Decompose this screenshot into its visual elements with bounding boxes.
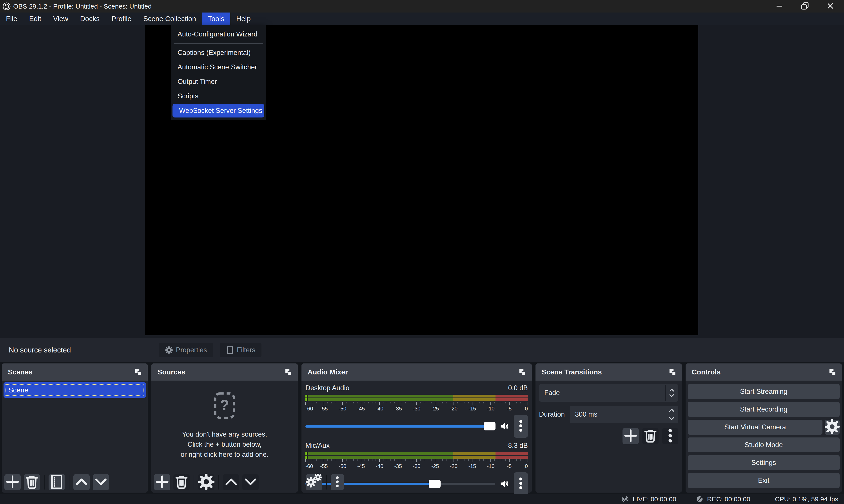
meter-scale-label: -25 xyxy=(431,406,439,412)
start-recording-button[interactable]: Start Recording xyxy=(688,402,840,417)
meter-scale-label: -30 xyxy=(413,406,421,412)
menu-file[interactable]: File xyxy=(0,13,23,25)
close-icon xyxy=(826,1,835,12)
meter-scale-label: -45 xyxy=(357,406,365,412)
transition-select[interactable]: Fade xyxy=(539,384,678,402)
scene-transitions-panel-header[interactable]: Scene Transitions xyxy=(535,363,682,381)
move-source-down-button[interactable] xyxy=(242,474,259,490)
audio-mixer-panel-header[interactable]: Audio Mixer xyxy=(301,363,532,381)
toolbar-separator xyxy=(194,475,194,489)
meter-bar-right xyxy=(305,456,528,459)
popout-icon[interactable] xyxy=(134,367,143,376)
mixer-menu-button[interactable] xyxy=(331,474,344,490)
popout-icon[interactable] xyxy=(828,367,837,376)
popout-icon[interactable] xyxy=(668,367,677,376)
menu-tools[interactable]: Tools xyxy=(202,13,230,25)
status-bar: LIVE: 00:00:00 REC: 00:00:00 CPU: 0.1%, … xyxy=(0,494,844,504)
meter-scale-label: -30 xyxy=(413,463,421,469)
advanced-audio-button[interactable] xyxy=(306,474,322,490)
plus-icon xyxy=(622,428,639,445)
studio-mode-button[interactable]: Studio Mode xyxy=(688,437,840,452)
exit-button[interactable]: Exit xyxy=(688,473,840,488)
controls-panel-header[interactable]: Controls xyxy=(686,363,842,381)
meter-scale-label: -55 xyxy=(320,463,328,469)
obs-logo-icon xyxy=(2,2,11,11)
slider-handle[interactable] xyxy=(483,422,495,430)
sources-empty-line1: You don't have any sources. xyxy=(181,429,268,439)
virtual-camera-settings-button[interactable] xyxy=(825,420,840,435)
menu-help[interactable]: Help xyxy=(230,13,257,25)
scene-list-item[interactable]: Scene xyxy=(3,382,146,398)
sources-panel: Sources ? You don't have any sources. Cl… xyxy=(152,363,298,492)
menu-edit[interactable]: Edit xyxy=(23,13,47,25)
meter-scale-label: -40 xyxy=(376,463,384,469)
move-source-up-button[interactable] xyxy=(223,474,239,490)
rec-status: REC: 00:00:00 xyxy=(695,495,751,504)
volume-slider[interactable] xyxy=(305,422,495,431)
menu-profile[interactable]: Profile xyxy=(105,13,137,25)
close-button[interactable] xyxy=(826,2,835,11)
move-scene-up-button[interactable] xyxy=(73,474,90,490)
filters-button[interactable]: Filters xyxy=(220,343,262,357)
transition-selected-value: Fade xyxy=(544,389,560,397)
add-scene-button[interactable] xyxy=(4,474,21,490)
remove-scene-button[interactable] xyxy=(24,474,40,490)
slider-handle[interactable] xyxy=(429,480,441,488)
speaker-icon[interactable] xyxy=(499,479,509,489)
tools-menu-item-automatic-scene-switcher[interactable]: Automatic Scene Switcher xyxy=(171,60,266,74)
spinbox-arrows-icon[interactable] xyxy=(667,407,676,422)
add-transition-button[interactable] xyxy=(622,428,639,444)
start-streaming-button[interactable]: Start Streaming xyxy=(688,384,840,399)
source-properties-button[interactable] xyxy=(198,474,214,490)
channel-menu-button[interactable] xyxy=(514,415,528,438)
scene-filters-button[interactable] xyxy=(49,474,65,490)
menu-scene-collection[interactable]: Scene Collection xyxy=(137,13,202,25)
restore-icon xyxy=(800,1,810,12)
tools-menu-item-scripts[interactable]: Scripts xyxy=(171,89,266,104)
restore-button[interactable] xyxy=(800,2,810,11)
scenes-panel-header[interactable]: Scenes xyxy=(2,363,148,381)
tools-menu-item-websocket-server-settings[interactable]: WebSocket Server Settings xyxy=(173,104,264,118)
remove-transition-button[interactable] xyxy=(642,428,658,444)
menu-docks[interactable]: Docks xyxy=(74,13,105,25)
combo-arrows-icon[interactable] xyxy=(667,386,676,399)
popout-icon[interactable] xyxy=(284,367,293,376)
meter-scale-label: -50 xyxy=(339,463,346,469)
tools-menu-item-captions-experimental-[interactable]: Captions (Experimental) xyxy=(171,46,266,60)
tools-menu-item-output-timer[interactable]: Output Timer xyxy=(171,74,266,89)
preview-area xyxy=(0,25,844,338)
filter-icon xyxy=(49,474,65,491)
menu-view[interactable]: View xyxy=(47,13,74,25)
speaker-icon[interactable] xyxy=(499,421,509,431)
sources-empty-line2: Click the + button below, xyxy=(181,439,268,450)
toolbar-separator xyxy=(44,475,45,489)
audio-mixer-body: Desktop Audio 0.0 dB -60-55-50-45-40-35-… xyxy=(301,381,532,471)
plus-icon xyxy=(154,474,170,491)
toolbar-separator xyxy=(218,475,219,489)
meter-ticks xyxy=(305,402,528,405)
meter-scale-label: 0 xyxy=(525,463,528,469)
meter-scale-label: -45 xyxy=(357,463,365,469)
transition-properties-button[interactable] xyxy=(662,428,678,444)
scene-transitions-panel-title: Scene Transitions xyxy=(542,368,602,376)
settings-button[interactable]: Settings xyxy=(688,455,840,470)
window-title: OBS 29.1.2 - Profile: Untitled - Scenes:… xyxy=(13,3,152,10)
sources-panel-header[interactable]: Sources xyxy=(152,363,298,381)
tools-menu-item-auto-configuration-wizard[interactable]: Auto-Configuration Wizard xyxy=(171,27,266,41)
meter-scale-label: -10 xyxy=(487,406,495,412)
meter-scale-label: -20 xyxy=(450,463,457,469)
remove-source-button[interactable] xyxy=(173,474,190,490)
duration-spinbox[interactable]: 300 ms xyxy=(570,406,678,423)
meter-scale-label: -5 xyxy=(507,463,512,469)
popout-icon[interactable] xyxy=(518,367,527,376)
properties-button[interactable]: Properties xyxy=(159,343,213,357)
add-source-button[interactable] xyxy=(154,474,170,490)
channel-menu-button[interactable] xyxy=(514,472,528,495)
start-virtual-camera-button[interactable]: Start Virtual Camera xyxy=(688,420,823,435)
meter-scale-label: -10 xyxy=(487,463,495,469)
minimize-button[interactable] xyxy=(775,2,784,11)
move-scene-down-button[interactable] xyxy=(93,474,109,490)
sources-toolbar xyxy=(154,474,259,490)
gear-icon xyxy=(825,419,840,435)
meter-scale-labels: -60-55-50-45-40-35-30-25-20-15-10-50 xyxy=(305,463,528,470)
